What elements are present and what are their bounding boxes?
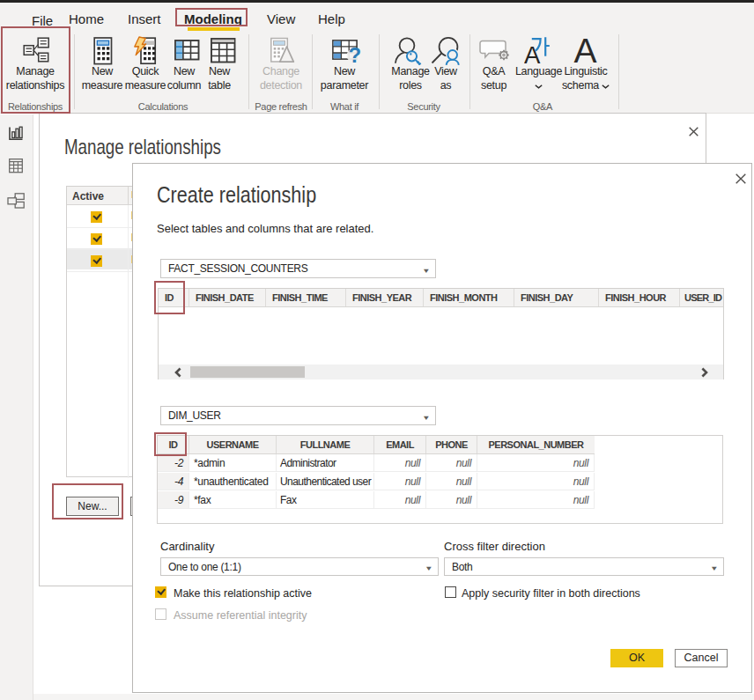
svg-text:A: A bbox=[574, 34, 597, 64]
svg-text:A: A bbox=[524, 41, 541, 66]
svg-text:?: ? bbox=[349, 43, 362, 66]
